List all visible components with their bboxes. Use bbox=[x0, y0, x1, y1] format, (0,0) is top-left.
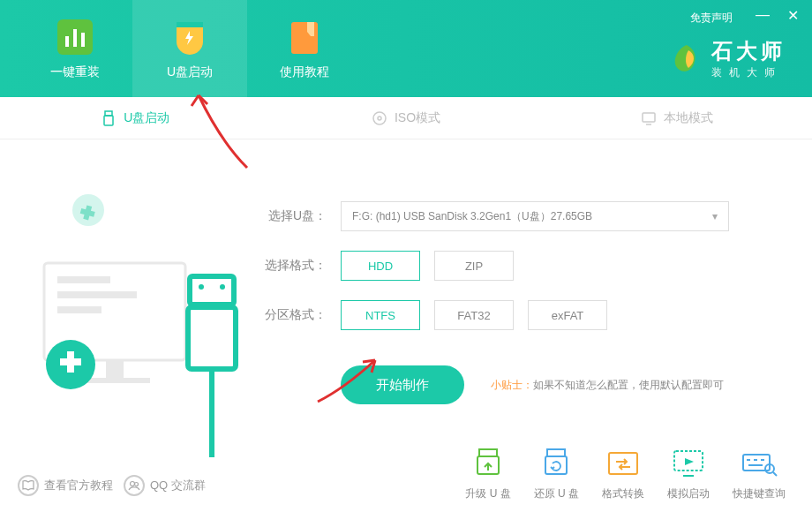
partition-fat32[interactable]: FAT32 bbox=[434, 300, 514, 330]
svg-point-9 bbox=[378, 117, 381, 120]
keyboard-search-icon bbox=[738, 448, 780, 481]
action-hotkey-query[interactable]: 快捷键查询 bbox=[733, 448, 786, 501]
action-hotkey-label: 快捷键查询 bbox=[733, 486, 786, 501]
sub-tab-local[interactable]: 本地模式 bbox=[541, 97, 812, 139]
svg-rect-3 bbox=[81, 33, 85, 47]
action-convert-format[interactable]: 格式转换 bbox=[602, 448, 644, 501]
start-button[interactable]: 开始制作 bbox=[341, 365, 464, 404]
sub-tab-usb[interactable]: U盘启动 bbox=[0, 97, 271, 139]
close-button[interactable]: ✕ bbox=[787, 7, 799, 24]
svg-point-25 bbox=[131, 482, 135, 486]
illustration-panel bbox=[0, 139, 265, 459]
svg-rect-17 bbox=[106, 360, 124, 378]
svg-rect-15 bbox=[57, 291, 137, 298]
tip-label: 小贴士： bbox=[491, 379, 533, 391]
tab-tutorial[interactable]: 使用教程 bbox=[247, 0, 362, 97]
svg-rect-14 bbox=[57, 276, 110, 283]
disclaimer-link[interactable]: 免责声明 bbox=[690, 11, 733, 26]
svg-rect-7 bbox=[104, 116, 113, 125]
svg-rect-31 bbox=[609, 453, 637, 474]
svg-rect-30 bbox=[545, 456, 567, 474]
svg-point-8 bbox=[373, 112, 386, 124]
usb-up-icon bbox=[467, 448, 509, 481]
monitor-play-icon bbox=[667, 448, 710, 481]
tab-usb-boot[interactable]: U盘启动 bbox=[132, 0, 247, 97]
sub-tab-iso-label: ISO模式 bbox=[395, 110, 440, 126]
svg-point-26 bbox=[135, 483, 139, 486]
tab-tutorial-label: 使用教程 bbox=[280, 64, 329, 80]
format-zip[interactable]: ZIP bbox=[434, 251, 514, 281]
tip-text: 小贴士：如果不知道怎么配置，使用默认配置即可 bbox=[491, 378, 724, 393]
tab-reinstall-label: 一键重装 bbox=[50, 64, 100, 80]
svg-rect-2 bbox=[73, 29, 77, 47]
book-icon bbox=[284, 17, 325, 57]
brand-subtitle: 装机大师 bbox=[711, 65, 786, 80]
qq-group-link[interactable]: QQ 交流群 bbox=[124, 475, 206, 496]
convert-icon bbox=[602, 448, 644, 481]
action-upgrade-usb[interactable]: 升级 U 盘 bbox=[465, 448, 510, 501]
svg-point-23 bbox=[220, 284, 225, 290]
svg-rect-16 bbox=[57, 306, 102, 313]
usb-cycle-icon bbox=[535, 448, 577, 481]
svg-line-40 bbox=[773, 472, 777, 476]
format-label: 选择格式： bbox=[265, 258, 327, 274]
partition-ntfs[interactable]: NTFS bbox=[341, 300, 420, 330]
sub-tab-iso[interactable]: ISO模式 bbox=[271, 97, 542, 139]
disk-select[interactable]: F:G: (hd1) USB SanDisk 3.2Gen1（U盘）27.65G… bbox=[341, 201, 729, 231]
official-tutorial-label: 查看官方教程 bbox=[44, 478, 113, 493]
chevron-down-icon: ▾ bbox=[712, 210, 718, 222]
usb-icon bbox=[101, 110, 117, 126]
partition-exfat[interactable]: exFAT bbox=[528, 300, 607, 330]
disk-label: 选择U盘： bbox=[265, 208, 327, 224]
monitor-icon bbox=[641, 110, 657, 126]
action-simulate-label: 模拟启动 bbox=[667, 486, 710, 501]
action-simulate-boot[interactable]: 模拟启动 bbox=[667, 448, 710, 501]
brand-logo-icon bbox=[669, 41, 704, 77]
sub-tab-usb-label: U盘启动 bbox=[124, 110, 169, 126]
svg-rect-29 bbox=[547, 449, 565, 456]
svg-rect-10 bbox=[643, 113, 655, 122]
book-open-icon bbox=[18, 475, 39, 496]
svg-rect-27 bbox=[479, 449, 497, 456]
format-hdd[interactable]: HDD bbox=[341, 251, 420, 281]
disk-select-value: F:G: (hd1) USB SanDisk 3.2Gen1（U盘）27.65G… bbox=[352, 209, 592, 224]
disc-icon bbox=[372, 110, 387, 126]
official-tutorial-link[interactable]: 查看官方教程 bbox=[18, 475, 113, 496]
tab-usb-boot-label: U盘启动 bbox=[167, 64, 213, 80]
partition-label: 分区格式： bbox=[265, 307, 327, 323]
svg-rect-1 bbox=[65, 36, 69, 47]
brand-title: 石大师 bbox=[711, 37, 786, 65]
tab-reinstall[interactable]: 一键重装 bbox=[18, 0, 132, 97]
sub-tab-local-label: 本地模式 bbox=[664, 110, 713, 126]
bar-chart-icon bbox=[55, 17, 95, 57]
brand: 石大师 装机大师 bbox=[669, 37, 786, 80]
action-upgrade-label: 升级 U 盘 bbox=[465, 486, 510, 501]
action-convert-label: 格式转换 bbox=[602, 486, 644, 501]
tip-content: 如果不知道怎么配置，使用默认配置即可 bbox=[533, 379, 724, 391]
action-restore-label: 还原 U 盘 bbox=[534, 486, 579, 501]
shield-icon bbox=[169, 17, 210, 57]
svg-rect-20 bbox=[190, 276, 234, 305]
users-icon bbox=[124, 475, 145, 496]
svg-point-22 bbox=[199, 284, 204, 290]
minimize-button[interactable]: — bbox=[756, 7, 770, 24]
action-restore-usb[interactable]: 还原 U 盘 bbox=[534, 448, 579, 501]
svg-rect-21 bbox=[188, 307, 236, 369]
qq-group-label: QQ 交流群 bbox=[150, 478, 206, 493]
